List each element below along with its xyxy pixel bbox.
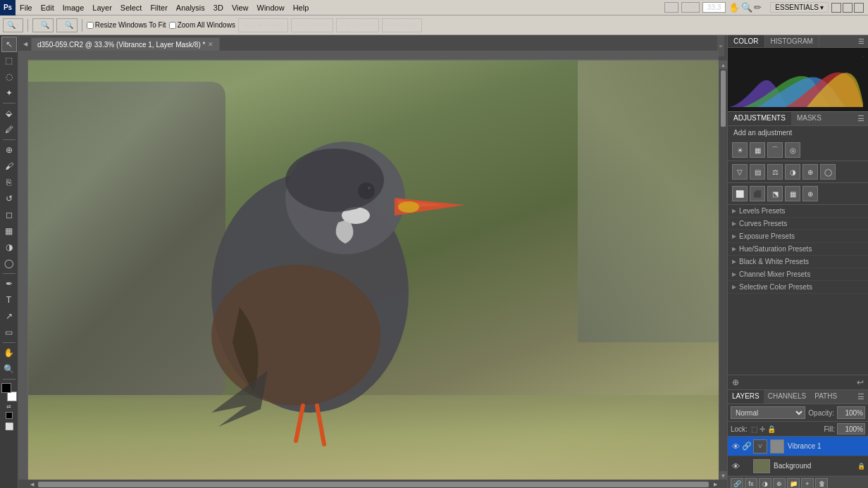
healing-brush-tool[interactable]: ⊕ (1, 142, 17, 158)
menu-layer[interactable]: Layer (88, 0, 116, 15)
link-layers-button[interactable]: 🔗 (731, 478, 743, 488)
zoom-all-option[interactable]: Zoom All Windows (169, 21, 235, 29)
shape-tool[interactable]: ▭ (1, 325, 17, 340)
lock-move-icon[interactable]: ✛ (760, 425, 765, 433)
adjustment-return-icon[interactable]: ↩ (857, 377, 864, 387)
blend-mode-select[interactable]: Normal (731, 406, 805, 419)
brush-tool[interactable]: 🖌 (1, 158, 17, 174)
menu-image[interactable]: Image (58, 0, 89, 15)
restore-button[interactable]: □ (843, 3, 852, 13)
scroll-down-arrow[interactable]: ▼ (719, 471, 727, 480)
gradient-tool[interactable]: ▦ (1, 223, 17, 239)
layers-menu[interactable]: ☰ (854, 390, 868, 403)
lock-pixels-icon[interactable]: ⬚ (751, 425, 757, 433)
menu-3d[interactable]: 3D (209, 0, 228, 15)
preset-levels[interactable]: ▶ Levels Presets (728, 205, 868, 218)
tab-scroll-left[interactable]: ◀ (21, 37, 30, 51)
foreground-color[interactable] (1, 383, 11, 393)
color-picker[interactable] (1, 383, 17, 401)
lasso-tool[interactable]: ◌ (1, 69, 17, 85)
minimize-button[interactable]: — (831, 3, 841, 13)
canvas-area[interactable] (28, 61, 719, 480)
menu-view[interactable]: View (228, 0, 253, 15)
hand-tool[interactable]: ✋ (1, 345, 17, 361)
eyedropper-tool[interactable]: 🖉 (1, 122, 17, 137)
fill-input[interactable] (837, 423, 865, 434)
scroll-thumb-h[interactable] (38, 482, 709, 487)
preset-curves[interactable]: ▶ Curves Presets (728, 218, 868, 230)
scroll-left-arrow[interactable]: ◀ (28, 481, 35, 488)
histogram-tab[interactable]: HISTOGRAM (765, 35, 819, 47)
add-mask-button[interactable]: ◑ (759, 478, 771, 488)
layer-row-vibrance[interactable]: 👁 🔗 V Vibrance 1 (728, 437, 868, 456)
zoom-out-button[interactable]: −🔍 (56, 18, 78, 32)
preset-hue-saturation[interactable]: ▶ Hue/Saturation Presets (728, 243, 868, 256)
new-group-button[interactable]: 📁 (787, 478, 800, 488)
background-color[interactable] (7, 392, 17, 401)
preset-black-white[interactable]: ▶ Black & White Presets (728, 256, 868, 268)
selective-color-icon[interactable]: ⊕ (802, 186, 818, 201)
channel-mixer-icon[interactable]: ◯ (820, 164, 836, 180)
layer-link-background[interactable] (742, 461, 752, 471)
fill-screen-button[interactable]: Fill Screen (336, 18, 379, 32)
preset-selective-color[interactable]: ▶ Selective Color Presets (728, 281, 868, 294)
menu-window[interactable]: Window (253, 0, 289, 15)
print-size-button[interactable]: Print Size (382, 18, 422, 32)
menu-edit[interactable]: Edit (37, 0, 58, 15)
zoom-tool-options[interactable]: 🔍▾ (3, 18, 23, 32)
move-tool[interactable]: ↖ (1, 37, 17, 52)
zoom-in-button[interactable]: +🔍 (32, 18, 54, 32)
scroll-thumb-v[interactable] (721, 70, 726, 127)
new-adjustment-button[interactable]: ⊕ (773, 478, 786, 488)
layer-link-vibrance[interactable]: 🔗 (742, 442, 752, 451)
add-style-button[interactable]: fx (745, 478, 757, 488)
quick-selection-tool[interactable]: ✦ (1, 85, 17, 101)
preset-exposure[interactable]: ▶ Exposure Presets (728, 230, 868, 243)
screen-mode-icon[interactable]: ⬜ (5, 423, 13, 430)
gradient-map-icon[interactable]: ▦ (785, 186, 800, 201)
adjustments-tab[interactable]: ADJUSTMENTS (728, 112, 791, 125)
posterize-icon[interactable]: ⬛ (750, 186, 765, 201)
scroll-right-arrow[interactable]: ▶ (712, 481, 719, 488)
color-panel-menu[interactable]: ☰ (855, 35, 868, 47)
type-tool[interactable]: T (1, 292, 17, 308)
eraser-tool[interactable]: ◻ (1, 207, 17, 223)
scroll-up-arrow[interactable]: ▲ (719, 61, 727, 69)
mode-selector[interactable]: ⬡▾ (681, 2, 700, 13)
color-tab[interactable]: COLOR (728, 35, 765, 47)
horizontal-scrollbar[interactable]: ◀ ▶ (28, 480, 719, 488)
threshold-icon[interactable]: ⬔ (767, 186, 783, 201)
pen-tool[interactable]: ✒ (1, 276, 17, 292)
layer-row-background[interactable]: 👁 Background 🔒 (728, 456, 868, 476)
zoom-level[interactable]: 33.3 (702, 2, 726, 13)
crop-tool[interactable]: ⬙ (1, 106, 17, 121)
menu-help[interactable]: Help (289, 0, 314, 15)
adjustments-menu[interactable]: ☰ (854, 112, 868, 125)
photo-filter-icon[interactable]: ⊕ (802, 164, 818, 180)
vertical-scrollbar[interactable]: ▲ ▼ (719, 61, 727, 480)
layer-target-icon[interactable]: ⊕ (732, 377, 739, 387)
opacity-input[interactable] (837, 406, 865, 419)
zoom-all-checkbox[interactable] (169, 22, 176, 29)
curves-icon[interactable]: ⌒ (767, 142, 783, 158)
levels-icon[interactable]: ▦ (750, 142, 765, 158)
layer-eye-background[interactable]: 👁 (731, 461, 740, 471)
layer-eye-vibrance[interactable]: 👁 (731, 442, 740, 451)
exposure-icon[interactable]: ◎ (785, 142, 800, 158)
actual-pixels-button[interactable]: Actual Pixels (238, 18, 288, 32)
clone-stamp-tool[interactable]: ⎘ (1, 175, 17, 190)
paths-tab[interactable]: PATHS (810, 390, 841, 403)
vibrance-icon[interactable]: ▽ (732, 164, 748, 180)
essentials-selector[interactable]: ESSENTIALS▾ (770, 2, 829, 13)
path-selection-tool[interactable]: ↗ (1, 308, 17, 324)
tab-close-button[interactable]: ✕ (208, 41, 213, 48)
hue-saturation-icon[interactable]: ▤ (750, 164, 765, 180)
menu-filter[interactable]: Filter (146, 0, 171, 15)
resize-windows-option[interactable]: Resize Windows To Fit (87, 21, 166, 29)
quick-mask-mode[interactable] (6, 412, 13, 419)
history-brush-tool[interactable]: ↺ (1, 191, 17, 206)
preset-channel-mixer[interactable]: ▶ Channel Mixer Presets (728, 268, 868, 281)
menu-analysis[interactable]: Analysis (172, 0, 209, 15)
menu-file[interactable]: File (16, 0, 37, 15)
color-balance-icon[interactable]: ⚖ (767, 164, 783, 180)
